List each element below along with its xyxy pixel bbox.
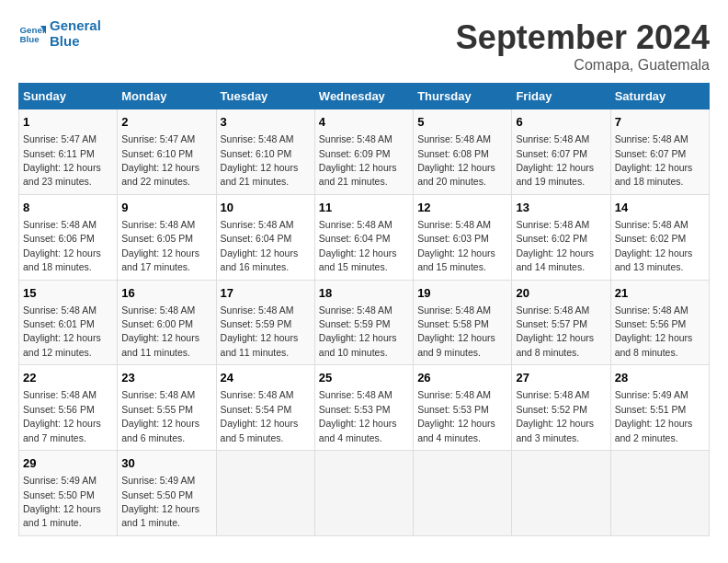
calendar-cell: 20 Sunrise: 5:48 AM Sunset: 5:57 PM Dayl… bbox=[512, 280, 610, 365]
calendar-cell: 8 Sunrise: 5:48 AM Sunset: 6:06 PM Dayli… bbox=[19, 194, 118, 280]
month-title: September 2024 bbox=[456, 18, 710, 57]
day-daylight: Daylight: 12 hours and 20 minutes. bbox=[417, 162, 495, 187]
header-tuesday: Tuesday bbox=[216, 84, 314, 109]
day-sunrise: Sunrise: 5:48 AM bbox=[23, 304, 97, 316]
logo-line2: Blue bbox=[50, 34, 101, 50]
day-sunset: Sunset: 6:02 PM bbox=[516, 233, 587, 244]
day-sunset: Sunset: 6:04 PM bbox=[221, 233, 292, 244]
header-sunday: Sunday bbox=[19, 84, 118, 109]
day-sunrise: Sunrise: 5:48 AM bbox=[23, 219, 97, 230]
day-sunset: Sunset: 5:50 PM bbox=[23, 489, 95, 500]
day-sunrise: Sunrise: 5:48 AM bbox=[615, 133, 688, 144]
day-number: 19 bbox=[417, 285, 507, 302]
day-sunset: Sunset: 5:53 PM bbox=[417, 404, 489, 415]
calendar-cell: 23 Sunrise: 5:48 AM Sunset: 5:55 PM Dayl… bbox=[118, 365, 216, 451]
calendar-cell: 26 Sunrise: 5:48 AM Sunset: 5:53 PM Dayl… bbox=[414, 365, 512, 451]
day-sunrise: Sunrise: 5:48 AM bbox=[516, 133, 589, 144]
day-sunrise: Sunrise: 5:48 AM bbox=[221, 304, 294, 316]
day-number: 13 bbox=[516, 200, 606, 216]
day-number: 30 bbox=[121, 455, 211, 472]
day-daylight: Daylight: 12 hours and 14 minutes. bbox=[516, 247, 594, 272]
day-sunset: Sunset: 6:00 PM bbox=[121, 318, 193, 329]
day-sunset: Sunset: 5:51 PM bbox=[615, 404, 687, 415]
day-sunrise: Sunrise: 5:48 AM bbox=[121, 304, 195, 316]
day-sunset: Sunset: 5:52 PM bbox=[516, 404, 587, 415]
day-daylight: Daylight: 12 hours and 5 minutes. bbox=[221, 418, 299, 442]
day-number: 25 bbox=[319, 370, 409, 386]
day-sunset: Sunset: 5:56 PM bbox=[23, 404, 95, 415]
day-sunset: Sunset: 6:04 PM bbox=[319, 233, 391, 244]
day-number: 21 bbox=[615, 285, 705, 302]
calendar-cell: 19 Sunrise: 5:48 AM Sunset: 5:58 PM Dayl… bbox=[414, 280, 512, 365]
day-sunset: Sunset: 6:10 PM bbox=[221, 148, 292, 159]
calendar-cell: 29 Sunrise: 5:49 AM Sunset: 5:50 PM Dayl… bbox=[19, 451, 118, 536]
day-sunset: Sunset: 5:54 PM bbox=[221, 404, 292, 415]
day-number: 14 bbox=[615, 200, 705, 216]
day-number: 23 bbox=[121, 370, 211, 386]
day-daylight: Daylight: 12 hours and 23 minutes. bbox=[23, 162, 101, 187]
day-sunrise: Sunrise: 5:49 AM bbox=[23, 475, 97, 486]
day-daylight: Daylight: 12 hours and 18 minutes. bbox=[23, 247, 101, 272]
calendar-week-3: 15 Sunrise: 5:48 AM Sunset: 6:01 PM Dayl… bbox=[19, 280, 710, 365]
day-sunrise: Sunrise: 5:48 AM bbox=[221, 219, 294, 230]
calendar-cell: 1 Sunrise: 5:47 AM Sunset: 6:11 PM Dayli… bbox=[19, 109, 118, 195]
calendar-cell bbox=[512, 451, 610, 536]
day-daylight: Daylight: 12 hours and 16 minutes. bbox=[221, 247, 299, 272]
day-sunset: Sunset: 6:01 PM bbox=[23, 318, 95, 329]
day-sunrise: Sunrise: 5:48 AM bbox=[615, 219, 688, 230]
day-sunset: Sunset: 5:57 PM bbox=[516, 318, 587, 329]
logo-line1: General bbox=[50, 18, 101, 34]
day-sunset: Sunset: 5:59 PM bbox=[221, 318, 292, 329]
day-daylight: Daylight: 12 hours and 10 minutes. bbox=[319, 332, 397, 357]
day-sunrise: Sunrise: 5:47 AM bbox=[121, 133, 195, 144]
calendar-cell: 7 Sunrise: 5:48 AM Sunset: 6:07 PM Dayli… bbox=[610, 109, 709, 195]
day-sunrise: Sunrise: 5:48 AM bbox=[516, 219, 589, 230]
calendar-cell: 6 Sunrise: 5:48 AM Sunset: 6:07 PM Dayli… bbox=[512, 109, 610, 195]
day-sunrise: Sunrise: 5:48 AM bbox=[221, 133, 294, 144]
calendar-week-1: 1 Sunrise: 5:47 AM Sunset: 6:11 PM Dayli… bbox=[19, 109, 710, 195]
day-daylight: Daylight: 12 hours and 15 minutes. bbox=[417, 247, 495, 272]
day-number: 27 bbox=[516, 370, 606, 386]
day-sunset: Sunset: 5:55 PM bbox=[121, 404, 193, 415]
calendar-week-4: 22 Sunrise: 5:48 AM Sunset: 5:56 PM Dayl… bbox=[19, 365, 710, 451]
calendar-cell bbox=[216, 451, 314, 536]
day-daylight: Daylight: 12 hours and 8 minutes. bbox=[516, 332, 594, 357]
day-number: 5 bbox=[417, 114, 507, 131]
header-friday: Friday bbox=[512, 84, 610, 109]
day-sunset: Sunset: 6:05 PM bbox=[121, 233, 193, 244]
calendar-cell bbox=[414, 451, 512, 536]
day-sunrise: Sunrise: 5:49 AM bbox=[121, 475, 195, 486]
day-sunset: Sunset: 5:58 PM bbox=[417, 318, 489, 329]
header-thursday: Thursday bbox=[414, 84, 512, 109]
calendar-cell: 5 Sunrise: 5:48 AM Sunset: 6:08 PM Dayli… bbox=[414, 109, 512, 195]
day-sunrise: Sunrise: 5:48 AM bbox=[417, 133, 491, 144]
calendar-cell: 16 Sunrise: 5:48 AM Sunset: 6:00 PM Dayl… bbox=[118, 280, 216, 365]
day-sunrise: Sunrise: 5:48 AM bbox=[417, 389, 491, 400]
day-sunset: Sunset: 5:56 PM bbox=[615, 318, 687, 329]
day-sunrise: Sunrise: 5:48 AM bbox=[23, 389, 97, 400]
calendar-cell: 24 Sunrise: 5:48 AM Sunset: 5:54 PM Dayl… bbox=[216, 365, 314, 451]
day-number: 2 bbox=[121, 114, 211, 131]
day-sunrise: Sunrise: 5:48 AM bbox=[319, 133, 392, 144]
day-daylight: Daylight: 12 hours and 12 minutes. bbox=[23, 332, 101, 357]
day-sunrise: Sunrise: 5:48 AM bbox=[221, 389, 294, 400]
day-number: 17 bbox=[221, 285, 311, 302]
day-number: 16 bbox=[121, 285, 211, 302]
day-sunset: Sunset: 6:07 PM bbox=[516, 148, 587, 159]
day-number: 6 bbox=[516, 114, 606, 131]
day-daylight: Daylight: 12 hours and 3 minutes. bbox=[516, 418, 594, 442]
page-header: General Blue General Blue September 2024… bbox=[18, 18, 710, 74]
calendar-cell: 21 Sunrise: 5:48 AM Sunset: 5:56 PM Dayl… bbox=[610, 280, 709, 365]
day-sunrise: Sunrise: 5:48 AM bbox=[417, 219, 491, 230]
day-number: 24 bbox=[221, 370, 311, 386]
header-monday: Monday bbox=[118, 84, 216, 109]
header-wednesday: Wednesday bbox=[314, 84, 413, 109]
day-sunrise: Sunrise: 5:48 AM bbox=[516, 304, 589, 316]
calendar-cell: 27 Sunrise: 5:48 AM Sunset: 5:52 PM Dayl… bbox=[512, 365, 610, 451]
day-daylight: Daylight: 12 hours and 6 minutes. bbox=[121, 418, 199, 442]
day-sunrise: Sunrise: 5:48 AM bbox=[417, 304, 491, 316]
calendar-cell: 22 Sunrise: 5:48 AM Sunset: 5:56 PM Dayl… bbox=[19, 365, 118, 451]
day-number: 26 bbox=[417, 370, 507, 386]
day-sunrise: Sunrise: 5:48 AM bbox=[516, 389, 589, 400]
day-sunset: Sunset: 6:10 PM bbox=[121, 148, 193, 159]
